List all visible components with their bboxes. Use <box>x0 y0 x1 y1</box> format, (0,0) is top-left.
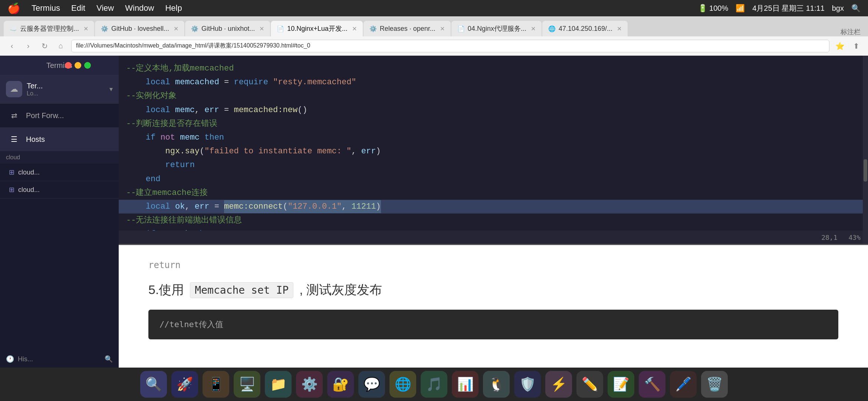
tab-icon-3: 📄 <box>277 25 284 32</box>
code-area[interactable]: --定义本地,加载memcached local memcached = req… <box>119 56 868 244</box>
dock-item-6[interactable]: ⚙️ <box>296 371 323 398</box>
dock-item-14[interactable]: ⚡ <box>545 371 572 398</box>
maximize-button[interactable] <box>84 62 91 69</box>
sidebar-section-cloud: cloud <box>0 151 119 164</box>
tab-5[interactable]: 📄 04.Nginx代理服务... ✕ <box>451 21 542 36</box>
dock-item-18[interactable]: 🖊️ <box>670 371 697 398</box>
scrollbar[interactable] <box>863 56 868 244</box>
inline-code-memcache: Memcache set IP <box>190 282 293 298</box>
code-line-4: --判断连接是否存在错误 <box>119 117 868 131</box>
tab-3[interactable]: 📄 10.Nginx+Lua开发... ✕ <box>271 21 363 36</box>
tab-close-5[interactable]: ✕ <box>531 25 536 32</box>
scroll-percent: 43% <box>848 234 861 241</box>
sidebar-item-hosts[interactable]: ☰ Hosts <box>0 127 119 151</box>
tab-label-0: 云服务器管理控制... <box>20 24 79 33</box>
tab-bar: ☁️ 云服务器管理控制... ✕ ⚙️ GitHub · loveshell..… <box>0 16 868 36</box>
dock-finder[interactable]: 🔍 <box>140 371 167 398</box>
menu-view[interactable]: View <box>96 3 114 13</box>
apple-menu[interactable]: 🍎 <box>7 2 20 14</box>
menu-edit[interactable]: Edit <box>71 3 85 13</box>
history-icon: 🕐 <box>6 355 14 363</box>
chevron-down-icon: ▾ <box>109 85 113 93</box>
dock-item-7[interactable]: 🔐 <box>327 371 354 398</box>
sidebar-item-port-forward[interactable]: ⇄ Port Forw... <box>0 104 119 127</box>
dock-item-4[interactable]: 🖥️ <box>234 371 260 398</box>
code-line-8: end <box>119 172 868 186</box>
main-split: --定义本地,加载memcached local memcached = req… <box>119 56 868 368</box>
code-line-9: --建立memcache连接 <box>119 186 868 200</box>
back-button[interactable]: ‹ <box>6 40 18 52</box>
bookmark-icon[interactable]: ⭐ <box>834 40 846 52</box>
app-name[interactable]: Termius <box>32 3 60 13</box>
tab-label-1: GitHub · loveshell... <box>111 25 169 33</box>
dock-item-15[interactable]: ✏️ <box>576 371 603 398</box>
tab-icon-4: ⚙️ <box>369 25 377 32</box>
tab-icon-2: ⚙️ <box>191 25 198 32</box>
reload-button[interactable]: ↻ <box>39 40 50 52</box>
search-icon[interactable]: 🔍 <box>105 355 113 363</box>
sidebar-item-label-hosts: Hosts <box>26 135 45 144</box>
dock-item-9[interactable]: 🌐 <box>389 371 416 398</box>
dock-item-8[interactable]: 💬 <box>358 371 385 398</box>
tab-close-3[interactable]: ✕ <box>352 25 357 32</box>
code-block-area: //telnet传入值 <box>148 310 838 339</box>
url-bar[interactable]: file:///Volumes/Macintosh/mweb_data/imag… <box>71 40 829 52</box>
dock-item-13[interactable]: 🛡️ <box>514 371 541 398</box>
tab-label-5: 04.Nginx代理服务... <box>468 24 526 33</box>
close-button[interactable] <box>65 62 72 69</box>
tab-label-6: 47.104.250.169/... <box>559 25 612 33</box>
cursor-position: 28,1 <box>821 234 837 241</box>
dock-item-12[interactable]: 🐧 <box>483 371 510 398</box>
hosts-icon: ☰ <box>7 133 21 146</box>
tab-6[interactable]: 🌐 47.104.250.169/... ✕ <box>542 21 628 36</box>
tab-4[interactable]: ⚙️ Releases · openr... ✕ <box>364 21 451 36</box>
forward-button[interactable]: › <box>22 40 34 52</box>
connection-avatar: ☁ <box>6 81 22 97</box>
dock-item-11[interactable]: 📊 <box>452 371 479 398</box>
dock-item-5[interactable]: 📁 <box>265 371 292 398</box>
tab-icon-0: ☁️ <box>10 25 17 32</box>
tab-close-0[interactable]: ✕ <box>83 25 88 32</box>
terminal-icon-2: ⊞ <box>9 186 14 194</box>
tab-close-6[interactable]: ✕ <box>617 25 622 32</box>
tab-close-4[interactable]: ✕ <box>440 25 445 32</box>
sidebar-connection[interactable]: ☁ Ter... Lo... ▾ <box>0 75 119 104</box>
tab-label-3: 10.Nginx+Lua开发... <box>287 24 348 33</box>
标注: 标注栏 <box>841 27 864 36</box>
dock: 🔍 🚀 📱 🖥️ 📁 ⚙️ 🔐 💬 🌐 🎵 📊 🐧 🛡️ ⚡ ✏️ 📝 🔨 🖊️… <box>0 368 868 401</box>
tab-0[interactable]: ☁️ 云服务器管理控制... ✕ <box>4 21 94 36</box>
minimize-button[interactable] <box>75 62 81 69</box>
menu-help[interactable]: Help <box>165 3 182 13</box>
tab-close-2[interactable]: ✕ <box>259 25 264 32</box>
return-line: return <box>148 260 838 270</box>
code-status-bar: 28,1 43% <box>119 231 868 244</box>
code-line-12: if not ok then <box>119 227 868 231</box>
dock-item-17[interactable]: 🔨 <box>639 371 665 398</box>
dock-item-3[interactable]: 📱 <box>203 371 229 398</box>
code-line-1: local memcached = require "resty.memcach… <box>119 75 868 89</box>
sidebar-terminal-item-1[interactable]: ⊞ cloud... <box>0 164 119 181</box>
dock-item-16[interactable]: 📝 <box>608 371 634 398</box>
dock-launchpad[interactable]: 🚀 <box>171 371 198 398</box>
code-editor: --定义本地,加载memcached local memcached = req… <box>119 56 868 231</box>
dock-item-10[interactable]: 🎵 <box>421 371 447 398</box>
share-icon[interactable]: ⬆ <box>850 40 862 52</box>
home-button[interactable]: ⌂ <box>55 40 67 52</box>
dock-item-19[interactable]: 🗑️ <box>701 371 728 398</box>
terminal-section: --定义本地,加载memcached local memcached = req… <box>119 56 868 245</box>
cloud-section-label: cloud <box>6 154 20 160</box>
menu-window[interactable]: Window <box>125 3 154 13</box>
tab-2[interactable]: ⚙️ GitHub · unixhot... ✕ <box>185 21 270 36</box>
history-label[interactable]: His... <box>18 355 33 363</box>
tab-1[interactable]: ⚙️ GitHub · loveshell... ✕ <box>95 21 184 36</box>
tab-close-1[interactable]: ✕ <box>174 25 178 32</box>
tab-label-4: Releases · openr... <box>380 25 435 33</box>
webpage-section: return 5.使用 Memcache set IP , 测试灰度发布 //t… <box>119 245 868 368</box>
menubar-right: 🔋 100% 📶 4月25日 星期三 11:11 bgx 🔍 <box>698 3 861 13</box>
code-line-3: local memc, err = memcached:new() <box>119 103 868 117</box>
port-forward-icon: ⇄ <box>7 109 21 122</box>
scrollbar-thumb[interactable] <box>864 159 867 182</box>
tab-label-2: GitHub · unixhot... <box>201 25 255 33</box>
search-icon[interactable]: 🔍 <box>851 4 861 13</box>
sidebar-terminal-item-2[interactable]: ⊞ cloud... <box>0 181 119 199</box>
